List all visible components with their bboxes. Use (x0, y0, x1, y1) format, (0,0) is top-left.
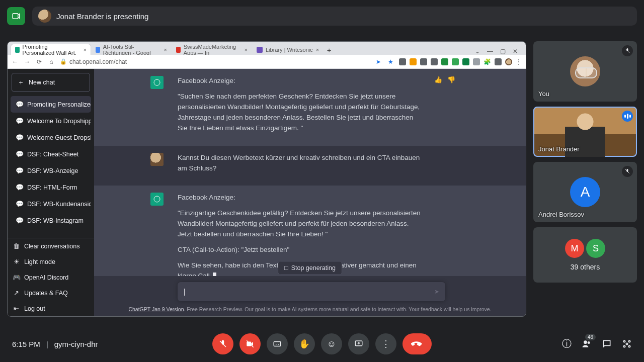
avatar (570, 56, 600, 86)
extension-icon[interactable] (441, 58, 448, 65)
close-icon[interactable]: × (164, 47, 167, 53)
message-heading: Facebook Anzeige: (178, 193, 422, 203)
chat-input[interactable]: | ➤ (178, 282, 445, 301)
participant-tile-others[interactable]: M S 39 others (533, 227, 637, 283)
raise-hand-button[interactable]: ✋ (294, 333, 315, 354)
close-icon[interactable]: × (84, 47, 87, 53)
new-tab-button[interactable]: + (324, 45, 335, 55)
chat-history-item[interactable]: 💬DSF: Cheat-Sheet (11, 146, 91, 162)
chat-icon: 💬 (16, 167, 23, 174)
browser-tab[interactable]: Promoting Personalized Wall Art.× (11, 44, 91, 55)
user-avatar (150, 153, 164, 166)
browser-tab[interactable]: Library | Writesonic× (252, 44, 324, 55)
svg-point-9 (628, 340, 630, 342)
chat-icon: 💬 (16, 200, 23, 208)
present-screen-button[interactable] (348, 333, 369, 354)
avatar: A (570, 177, 600, 207)
extension-icon[interactable] (431, 58, 438, 65)
chat-history-item[interactable]: 💬DSF: WB-Instagram (11, 212, 91, 229)
captions-button[interactable] (267, 333, 288, 354)
assistant-message: Facebook Anzeige: "Suchen Sie nach dem p… (94, 69, 526, 146)
logout-button[interactable]: ⇤Log out (8, 301, 94, 316)
extensions-puzzle-icon[interactable]: 🧩 (484, 58, 491, 65)
tabsearch-icon[interactable]: ⌄ (475, 48, 480, 55)
chat-history-item[interactable]: 💬DSF: HTML-Form (11, 179, 91, 196)
chatgpt-sidebar: ＋New chat 💬Promoting Personalized✎🗑 💬Wel… (8, 69, 94, 316)
chat-button[interactable] (602, 339, 612, 349)
kebab-icon[interactable]: ⋮ (516, 58, 522, 65)
extension-icon[interactable] (473, 58, 480, 65)
bookmark-icon[interactable]: ★ (387, 58, 394, 65)
forward-icon[interactable]: → (24, 58, 31, 65)
light-mode-button[interactable]: ☀Light mode (8, 254, 94, 269)
participant-tile[interactable]: A Andrei Borissov (533, 162, 637, 222)
separator: | (46, 340, 48, 348)
send-icon[interactable]: ➤ (434, 288, 439, 295)
meeting-details-button[interactable]: ⓘ (562, 337, 572, 350)
back-icon[interactable]: ← (12, 58, 19, 65)
close-icon[interactable]: × (316, 47, 319, 53)
extension-icon[interactable] (452, 58, 459, 65)
clear-conversations-button[interactable]: 🗑Clear conversations (8, 238, 94, 254)
stop-generating-button[interactable]: □Stop generating (278, 261, 342, 275)
participant-tile-presenter[interactable]: Jonat Brander (533, 107, 637, 157)
message-text: Kannst Du diesen Werbetext kürzer und kr… (178, 153, 422, 174)
browser-tab[interactable]: SwissMadeMarketing Apps — In× (172, 44, 252, 55)
participant-tile-you[interactable]: You (533, 41, 637, 102)
extension-icon[interactable] (495, 58, 502, 65)
message-text: CTA (Call-to-Action): "Jetzt bestellen" (178, 245, 422, 255)
extension-icon[interactable] (399, 58, 406, 65)
home-icon[interactable]: ⌂ (48, 58, 55, 65)
sun-icon: ☀ (13, 258, 20, 265)
trash-icon: 🗑 (13, 242, 20, 250)
chat-history-item[interactable]: 💬DSF: WB-Anzeige (11, 162, 91, 179)
clock-text: 6:15 PM (12, 340, 40, 348)
mic-muted-icon (622, 45, 633, 56)
chat-icon: 💬 (16, 217, 23, 224)
thumbs-up-icon[interactable]: 👍 (434, 76, 442, 139)
chat-history-item[interactable]: 💬Welcome To Dropshipping Liv (11, 113, 91, 129)
thumbs-down-icon[interactable]: 👎 (447, 76, 455, 139)
shared-screen: Promoting Personalized Wall Art.× AI-Too… (7, 41, 526, 317)
extension-icon[interactable] (420, 58, 427, 65)
discord-icon: 🎮 (13, 274, 20, 281)
typing-cursor (213, 273, 216, 276)
browser-tab[interactable]: AI-Tools Stil-Richtungen - Googl× (91, 44, 172, 55)
chat-history-item[interactable]: 💬Promoting Personalized✎🗑 (11, 96, 91, 113)
people-button[interactable]: 46 (582, 339, 592, 349)
others-avatars: M S (565, 239, 605, 258)
version-link[interactable]: ChatGPT Jan 9 Version (128, 306, 184, 312)
extension-icon[interactable] (410, 58, 417, 65)
updates-faq-link[interactable]: ↗Updates & FAQ (8, 285, 94, 301)
more-options-button[interactable]: ⋮ (375, 333, 396, 354)
reload-icon[interactable]: ⟳ (36, 58, 43, 65)
logout-icon: ⇤ (13, 305, 20, 312)
mic-toggle-button[interactable] (212, 333, 233, 354)
assistant-avatar (150, 193, 164, 206)
new-chat-button[interactable]: ＋New chat (12, 73, 90, 92)
meet-logo (7, 7, 25, 25)
chat-title: Promoting Personalized (27, 101, 91, 108)
browser-toolbar: ← → ⟳ ⌂ 🔒 chat.openai.com/chat ➤ ★ 🧩 ⋮ (8, 55, 526, 69)
close-icon[interactable]: × (245, 47, 248, 53)
window-close-icon[interactable]: ✕ (513, 48, 518, 55)
window-maximize-icon[interactable]: ▢ (500, 48, 506, 55)
profile-avatar[interactable] (505, 58, 512, 65)
reactions-button[interactable]: ☺ (321, 333, 342, 354)
svg-rect-0 (13, 14, 18, 19)
discord-link[interactable]: 🎮OpenAI Discord (8, 269, 94, 285)
activities-button[interactable] (622, 339, 632, 349)
speaking-indicator-icon (622, 111, 633, 122)
extension-icon[interactable] (462, 58, 469, 65)
lock-icon: 🔒 (60, 58, 67, 65)
share-icon[interactable]: ➤ (375, 58, 382, 65)
end-call-button[interactable] (403, 333, 432, 354)
address-bar[interactable]: 🔒 chat.openai.com/chat (60, 58, 370, 65)
others-count-label: 39 others (571, 263, 600, 271)
window-minimize-icon[interactable]: — (487, 48, 493, 55)
participant-count-badge: 46 (585, 334, 596, 340)
chat-icon: 💬 (16, 150, 23, 158)
chat-history-item[interactable]: 💬DSF: WB-Kundenansicht (11, 196, 91, 212)
camera-toggle-button[interactable] (239, 333, 261, 354)
chat-history-item[interactable]: 💬Welcome Guest Dropshipping (11, 129, 91, 146)
